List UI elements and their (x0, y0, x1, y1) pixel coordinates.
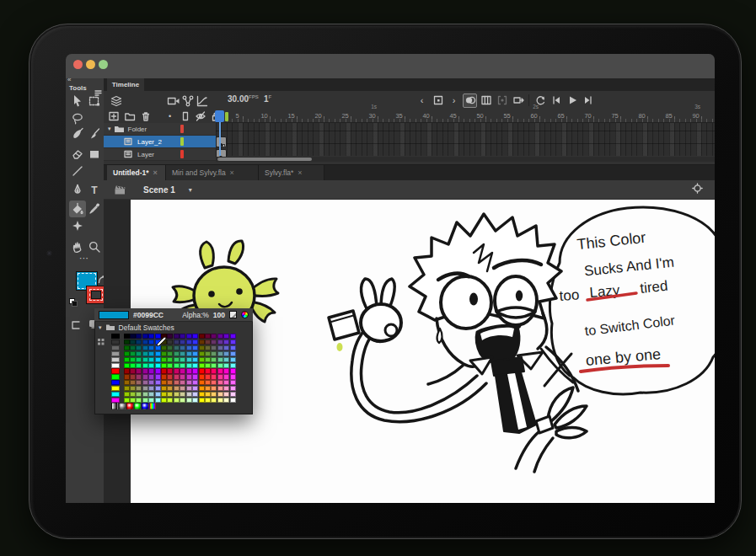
swatch-cell[interactable] (174, 345, 180, 350)
swatch-cell[interactable] (192, 351, 198, 356)
swatch-cell[interactable] (217, 351, 223, 356)
swatch-cell[interactable] (211, 374, 217, 379)
swatch-cell[interactable] (180, 345, 185, 350)
swatch-cell[interactable] (217, 374, 223, 379)
swatch-cell[interactable] (148, 392, 154, 397)
no-color-icon[interactable] (229, 311, 237, 318)
scene-dropdown-icon[interactable]: ▾ (189, 186, 192, 194)
onion-skin-outlines-button[interactable] (479, 94, 493, 108)
swatch-cell[interactable] (130, 351, 136, 356)
fps-display[interactable]: 30.00FPS (228, 94, 259, 104)
close-window-button[interactable] (73, 60, 83, 69)
gradient-preset-radial-blue[interactable] (142, 403, 148, 409)
swatch-cell[interactable] (142, 363, 148, 368)
swatch-cell[interactable] (211, 334, 217, 339)
swatch-cell[interactable] (130, 386, 136, 391)
swatch-cell[interactable] (199, 368, 205, 373)
swatch-cell[interactable] (136, 363, 142, 368)
swatch-cell[interactable] (223, 380, 229, 385)
swatch-cell[interactable] (148, 363, 154, 368)
swatch-cell[interactable] (186, 357, 192, 362)
swatch-cell[interactable] (217, 357, 223, 362)
zoom-window-button[interactable] (99, 60, 108, 69)
swatch-cell[interactable] (148, 386, 154, 391)
swatch-cell[interactable] (161, 380, 167, 385)
swatch-grid-view-icon[interactable] (98, 334, 105, 349)
swatch-cell[interactable] (130, 368, 136, 373)
eyedropper-tool-button[interactable] (86, 200, 103, 217)
swatch-cell[interactable] (130, 392, 136, 397)
swatch-cell[interactable] (130, 363, 136, 368)
swatch-cell[interactable] (199, 357, 205, 362)
swatch-cell[interactable] (174, 392, 180, 397)
swatch-cell[interactable] (167, 368, 173, 373)
frames-area[interactable] (216, 123, 715, 156)
swatch-cell[interactable] (136, 345, 142, 350)
swatch-cell[interactable] (161, 368, 167, 373)
swatch-cell[interactable] (230, 345, 236, 350)
swatch-cell[interactable] (211, 392, 217, 397)
swatch-cell[interactable] (199, 380, 205, 385)
swatch-cell[interactable] (142, 345, 148, 350)
swatch-cell[interactable] (223, 357, 229, 362)
default-colors-icon[interactable] (69, 295, 78, 310)
swatch-cell[interactable] (174, 339, 180, 345)
eraser-tool-button[interactable] (69, 146, 86, 163)
selection-tool-button[interactable] (69, 93, 86, 110)
swatch-cell[interactable] (180, 351, 185, 356)
swatch-cell[interactable] (199, 392, 205, 397)
swatch-cell[interactable] (111, 351, 120, 356)
folder-expand-icon[interactable]: ▾ (108, 126, 111, 132)
swatch-cell[interactable] (186, 380, 192, 385)
tab-untitled-1[interactable]: Untitled-1* × (107, 165, 166, 180)
swatch-cell[interactable] (230, 363, 236, 368)
gradient-preset-linear-rainbow[interactable] (149, 403, 156, 409)
swatch-cell[interactable] (174, 374, 180, 379)
gradient-preset-radial-red[interactable] (126, 403, 133, 409)
swatch-cell[interactable] (148, 334, 154, 339)
swatch-cell[interactable] (211, 363, 217, 368)
swatch-cell[interactable] (155, 351, 161, 356)
swatch-cell[interactable] (124, 363, 130, 368)
swatch-cell[interactable] (217, 386, 223, 391)
swatch-cell[interactable] (199, 334, 205, 339)
swatch-cell[interactable] (199, 363, 205, 368)
swatch-cell[interactable] (142, 334, 148, 339)
swatch-cell[interactable] (111, 380, 120, 385)
layer-color-chip[interactable] (180, 137, 184, 146)
swatch-cell[interactable] (142, 351, 148, 356)
swatch-cell[interactable] (186, 351, 192, 356)
paint-bucket-tool-button[interactable] (69, 200, 86, 217)
close-tab-icon[interactable]: × (153, 168, 158, 177)
swatch-cell[interactable] (148, 374, 154, 379)
onion-skin-button[interactable] (463, 94, 477, 108)
next-keyframe-button[interactable]: › (447, 94, 461, 108)
swatch-cell[interactable] (223, 345, 229, 350)
swatch-cell[interactable] (124, 374, 130, 379)
swatch-cell[interactable] (199, 386, 205, 391)
swatch-cell[interactable] (223, 374, 229, 379)
swatch-cell[interactable] (136, 357, 142, 362)
step-forward-button[interactable] (581, 94, 595, 108)
swatch-cell[interactable] (192, 345, 198, 350)
more-tools-icon[interactable]: ⋯ (79, 253, 89, 264)
timeline-scrollbar-thumb[interactable] (217, 158, 312, 161)
swatch-cell[interactable] (161, 386, 167, 391)
color-wheel-icon[interactable] (241, 311, 249, 318)
swatch-cell[interactable] (111, 386, 120, 391)
swatch-cell[interactable] (111, 334, 120, 339)
swatch-cell[interactable] (124, 345, 130, 350)
swatch-cell[interactable] (217, 345, 223, 350)
swatch-cell[interactable] (186, 339, 192, 345)
alpha-value[interactable]: 100 (213, 311, 225, 319)
swatch-cell[interactable] (180, 357, 185, 362)
swatch-cell[interactable] (161, 374, 167, 379)
swatch-cell[interactable] (199, 351, 205, 356)
swatch-cell[interactable] (161, 351, 167, 356)
collapse-group-icon[interactable]: ▾ (99, 324, 102, 331)
swatch-cell[interactable] (186, 374, 192, 379)
fluid-brush-tool-button[interactable] (69, 126, 86, 142)
classic-brush-tool-button[interactable] (86, 126, 103, 142)
swatch-cell[interactable] (223, 363, 229, 368)
layer-color-chip[interactable] (180, 125, 184, 133)
